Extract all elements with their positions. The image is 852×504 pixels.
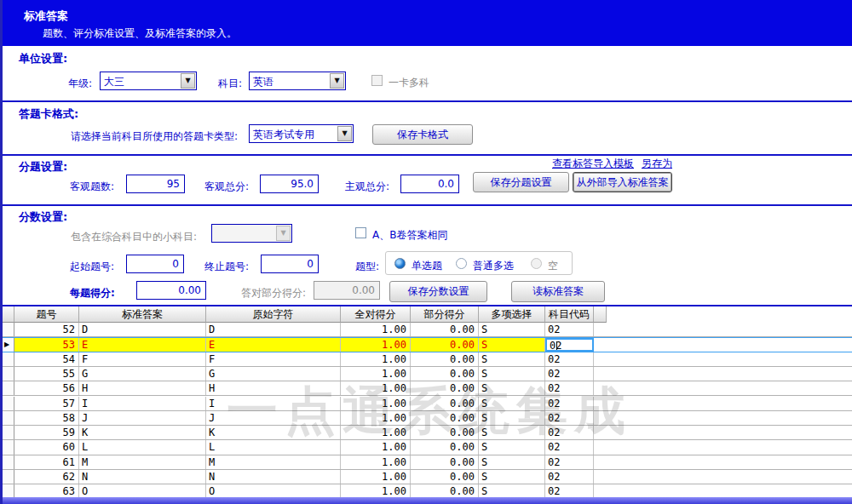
table-cell[interactable]: E bbox=[79, 338, 206, 351]
subjective-total-input[interactable]: 0.0 bbox=[400, 175, 459, 193]
table-cell[interactable]: 0.00 bbox=[411, 426, 479, 439]
table-cell[interactable]: S bbox=[479, 470, 545, 484]
save-score-button[interactable]: 保存分数设置 bbox=[389, 281, 487, 302]
table-cell[interactable]: N bbox=[79, 470, 206, 484]
column-header[interactable]: 多项选择 bbox=[479, 306, 545, 323]
table-cell[interactable]: S bbox=[479, 352, 545, 366]
table-cell[interactable]: S bbox=[479, 397, 545, 410]
partial-score-input[interactable]: 0.00 bbox=[314, 281, 380, 300]
radio-empty[interactable] bbox=[531, 258, 542, 269]
table-row[interactable]: 62NN1.000.00S02 bbox=[0, 470, 852, 484]
table-cell[interactable]: 1.00 bbox=[341, 352, 411, 366]
column-header[interactable]: 原始字符 bbox=[206, 306, 341, 323]
table-cell[interactable]: 59 bbox=[14, 426, 79, 439]
table-cell[interactable]: L bbox=[79, 440, 206, 454]
table-row[interactable]: ▶53EE1.000.00S02 bbox=[0, 337, 852, 352]
table-cell[interactable]: 02 bbox=[545, 455, 594, 469]
table-row[interactable]: 56HH1.000.00S02 bbox=[0, 381, 852, 396]
table-cell[interactable]: 02 bbox=[545, 411, 594, 425]
table-cell[interactable]: S bbox=[479, 411, 545, 425]
table-cell[interactable]: 02 bbox=[545, 440, 594, 454]
table-row[interactable]: 54FF1.000.00S02 bbox=[0, 352, 852, 367]
table-cell[interactable]: 0.00 bbox=[411, 323, 479, 336]
table-cell[interactable]: S bbox=[479, 367, 545, 381]
table-cell[interactable]: S bbox=[479, 455, 545, 469]
table-cell[interactable]: 0.00 bbox=[411, 397, 479, 410]
table-cell[interactable]: J bbox=[206, 411, 341, 425]
table-cell[interactable]: S bbox=[479, 381, 545, 395]
table-cell[interactable]: 1.00 bbox=[341, 397, 411, 410]
table-cell[interactable]: F bbox=[206, 352, 341, 366]
end-number-input[interactable]: 0 bbox=[261, 255, 319, 273]
column-header[interactable]: 全对得分 bbox=[341, 306, 411, 323]
ab-same-checkbox[interactable] bbox=[355, 227, 366, 238]
table-cell[interactable]: 1.00 bbox=[341, 440, 411, 454]
table-row[interactable]: 58JJ1.000.00S02 bbox=[0, 411, 852, 426]
chevron-down-icon[interactable]: ▼ bbox=[181, 73, 195, 89]
chevron-down-icon[interactable]: ▼ bbox=[337, 126, 352, 141]
table-cell[interactable]: D bbox=[79, 323, 206, 336]
table-cell[interactable]: 0.00 bbox=[411, 338, 479, 351]
per-score-input[interactable]: 0.00 bbox=[136, 281, 206, 300]
table-cell[interactable]: I bbox=[79, 397, 206, 410]
table-cell[interactable]: 1.00 bbox=[341, 367, 411, 381]
table-cell[interactable]: S bbox=[479, 426, 545, 439]
table-cell[interactable]: 02 bbox=[545, 470, 594, 484]
table-cell[interactable]: D bbox=[206, 323, 341, 336]
objective-count-input[interactable]: 95 bbox=[126, 175, 185, 193]
table-cell[interactable]: 02 bbox=[545, 397, 594, 410]
table-cell[interactable]: 58 bbox=[14, 411, 79, 425]
table-cell[interactable]: 02 bbox=[545, 367, 594, 381]
editing-cell[interactable]: 02 bbox=[545, 338, 594, 351]
read-answers-button[interactable]: 读标准答案 bbox=[511, 281, 605, 302]
table-cell[interactable]: 0.00 bbox=[411, 367, 479, 381]
table-cell[interactable]: 1.00 bbox=[341, 323, 411, 336]
objective-total-input[interactable]: 95.0 bbox=[260, 175, 319, 193]
table-cell[interactable]: 1.00 bbox=[341, 426, 411, 439]
table-cell[interactable]: 1.00 bbox=[341, 455, 411, 469]
table-cell[interactable]: M bbox=[79, 455, 206, 469]
table-row[interactable]: 59KK1.000.00S02 bbox=[0, 426, 852, 440]
sub-subject-select[interactable]: ▼ bbox=[211, 224, 292, 243]
table-cell[interactable]: 02 bbox=[545, 352, 594, 366]
table-cell[interactable]: I bbox=[206, 397, 341, 410]
view-template-link[interactable]: 查看标答导入模板 bbox=[552, 157, 634, 171]
table-cell[interactable]: F bbox=[79, 352, 206, 366]
table-cell[interactable]: 61 bbox=[14, 455, 79, 469]
subject-select[interactable]: 英语 ▼ bbox=[249, 72, 346, 90]
table-cell[interactable]: 0.00 bbox=[411, 411, 479, 425]
column-header[interactable]: 部分得分 bbox=[411, 306, 479, 323]
radio-single-choice[interactable] bbox=[394, 258, 406, 269]
table-cell[interactable]: 0.00 bbox=[411, 470, 479, 484]
table-cell[interactable]: 02 bbox=[545, 323, 594, 336]
table-cell[interactable]: K bbox=[79, 426, 206, 439]
table-cell[interactable]: 1.00 bbox=[341, 411, 411, 425]
table-cell[interactable]: 62 bbox=[14, 470, 79, 484]
table-cell[interactable]: N bbox=[206, 470, 341, 484]
save-as-link[interactable]: 另存为 bbox=[642, 157, 672, 171]
import-answers-button[interactable]: 从外部导入标准答案 bbox=[573, 172, 672, 192]
table-row[interactable]: 55GG1.000.00S02 bbox=[0, 367, 852, 381]
table-cell[interactable]: S bbox=[479, 338, 545, 351]
table-cell[interactable]: 02 bbox=[545, 426, 594, 439]
table-cell[interactable]: J bbox=[79, 411, 206, 425]
table-cell[interactable]: 1.00 bbox=[341, 338, 411, 351]
table-cell[interactable]: 0.00 bbox=[411, 381, 479, 395]
table-cell[interactable]: K bbox=[206, 426, 341, 439]
table-cell[interactable]: 0.00 bbox=[411, 440, 479, 454]
column-header[interactable]: 科目代码 bbox=[545, 306, 594, 323]
table-cell[interactable]: 52 bbox=[14, 323, 79, 336]
table-cell[interactable]: 54 bbox=[14, 352, 79, 366]
card-type-select[interactable]: 英语考试专用 ▼ bbox=[249, 124, 354, 143]
save-card-format-button[interactable]: 保存卡格式 bbox=[372, 124, 473, 145]
table-cell[interactable]: 1.00 bbox=[341, 381, 411, 395]
table-cell[interactable]: 53 bbox=[14, 338, 79, 351]
start-number-input[interactable]: 0 bbox=[126, 255, 184, 273]
table-cell[interactable]: 57 bbox=[14, 397, 79, 410]
table-cell[interactable]: 02 bbox=[545, 381, 594, 395]
grade-select[interactable]: 大三 ▼ bbox=[100, 72, 197, 90]
column-header[interactable]: 标准答案 bbox=[79, 306, 206, 323]
table-cell[interactable]: 56 bbox=[14, 381, 79, 395]
table-cell[interactable]: 55 bbox=[14, 367, 79, 381]
radio-multi-choice[interactable] bbox=[456, 258, 467, 269]
